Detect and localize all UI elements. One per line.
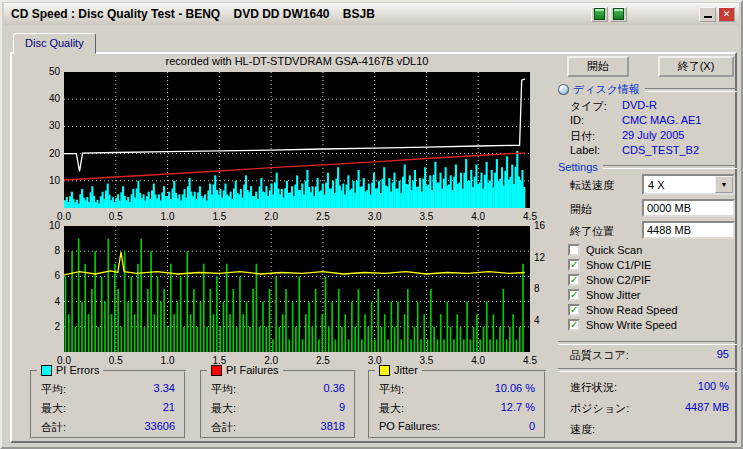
stat-label: PO Failures:	[379, 420, 440, 432]
stat-value: 3.34	[154, 382, 175, 397]
stat-value: 0	[529, 420, 535, 432]
checkbox-quick-scan[interactable]: Quick Scan	[568, 244, 642, 256]
disc-type-label: タイプ:	[570, 99, 607, 114]
titlebar-icon-button-1[interactable]	[591, 7, 608, 22]
divider	[645, 88, 737, 92]
pi-failures-legend: PI Failures	[207, 364, 283, 376]
tab-disc-quality[interactable]: Disc Quality	[13, 33, 96, 54]
titlebar[interactable]: CD Speed : Disc Quality Test - BENQ DVD …	[4, 3, 739, 25]
start-position-input[interactable]	[642, 199, 735, 217]
axis-label: 0.5	[104, 355, 128, 366]
settings-header: Settings	[558, 161, 598, 173]
axis-label: 4.5	[518, 355, 542, 366]
axis-label: 20	[34, 148, 60, 159]
stat-value: 3818	[321, 420, 345, 435]
titlebar-icon-button-2[interactable]	[610, 7, 627, 22]
minimize-button[interactable]	[699, 7, 716, 22]
stat-label: 平均:	[379, 382, 404, 397]
divider	[558, 368, 737, 372]
jitter-title: Jitter	[394, 364, 418, 376]
axis-label: 2.5	[311, 355, 335, 366]
axis-label: 2.5	[311, 211, 335, 222]
pi-errors-title: PI Errors	[56, 364, 99, 376]
pi-failures-title: PI Failures	[226, 364, 279, 376]
axis-label: 1.0	[156, 211, 180, 222]
stat-label: 平均:	[211, 382, 236, 397]
checkbox-label: Show Read Speed	[586, 304, 678, 316]
checkbox-icon: ✓	[568, 274, 580, 286]
checkbox-show-c1-pie[interactable]: ✓Show C1/PIE	[568, 259, 651, 271]
exit-button[interactable]: 終了(X)	[658, 56, 734, 77]
pi-failures-box: PI Failures 平均:0.36 最大:9 合計:3818	[200, 370, 356, 439]
disc-id-label: ID:	[570, 114, 584, 126]
progress-value: 100 %	[698, 380, 729, 392]
checkbox-icon: ✓	[568, 319, 580, 331]
disc-date-value: 29 July 2005	[622, 129, 684, 141]
pi-errors-swatch-icon	[41, 365, 52, 376]
checkbox-show-jitter[interactable]: ✓Show Jitter	[568, 289, 640, 301]
disc-label-value: CDS_TEST_B2	[622, 144, 699, 156]
position-value: 4487 MB	[685, 401, 729, 413]
stat-value: 0.36	[324, 382, 345, 397]
disc-type-value: DVD-R	[622, 99, 657, 111]
progress-label: 進行状況:	[570, 380, 617, 395]
axis-label: 3.0	[363, 211, 387, 222]
axis-label: 10	[34, 220, 60, 231]
window-title: CD Speed : Disc Quality Test - BENQ DVD …	[4, 7, 375, 21]
stat-label: 合計:	[41, 420, 66, 435]
checkbox-icon	[568, 244, 580, 256]
axis-label: 3.5	[414, 211, 438, 222]
stat-label: 平均:	[41, 382, 66, 397]
checkbox-label: Show C1/PIE	[586, 259, 651, 271]
stat-label: 最大:	[379, 401, 404, 416]
recorded-with-text: recorded with HL-DT-STDVDRAM GSA-4167B v…	[64, 55, 530, 67]
start-button[interactable]: 開始	[567, 56, 629, 77]
stat-value: 9	[339, 401, 345, 416]
green-disc-icon	[613, 8, 624, 20]
app-window: CD Speed : Disc Quality Test - BENQ DVD …	[0, 0, 743, 449]
end-position-label: 終了位置	[570, 224, 614, 239]
checkbox-show-c2-pif[interactable]: ✓Show C2/PIF	[568, 274, 651, 286]
checkbox-show-write-speed[interactable]: ✓Show Write Speed	[568, 319, 677, 331]
jitter-legend: Jitter	[375, 364, 422, 376]
pi-failures-swatch-icon	[211, 365, 222, 376]
axis-label: 1.5	[207, 211, 231, 222]
disc-label-label: Label:	[570, 144, 600, 156]
start-position-label: 開始	[570, 202, 592, 217]
checkbox-show-read-speed[interactable]: ✓Show Read Speed	[568, 304, 678, 316]
checkbox-label: Show Jitter	[586, 289, 640, 301]
axis-label: 8	[34, 245, 60, 256]
axis-label: 4.0	[466, 211, 490, 222]
stat-value: 12.7 %	[501, 401, 535, 416]
axis-label: 50	[34, 66, 60, 77]
axis-label: 2.0	[259, 211, 283, 222]
checkbox-label: Quick Scan	[586, 244, 642, 256]
close-icon: ✕	[723, 10, 731, 19]
disc-id-value: CMC MAG. AE1	[622, 114, 701, 126]
checkbox-icon: ✓	[568, 289, 580, 301]
checkbox-label: Show Write Speed	[586, 319, 677, 331]
position-label: ポジション:	[570, 401, 629, 416]
stat-value: 33606	[144, 420, 175, 435]
cd-icon	[558, 84, 569, 95]
chevron-down-icon[interactable]: ▼	[715, 176, 733, 193]
settings-header-row: Settings	[558, 161, 737, 173]
axis-label: 4	[34, 296, 60, 307]
speed-combobox-value: 4 X	[644, 179, 715, 191]
axis-label: 0.5	[104, 211, 128, 222]
transfer-speed-label: 転送速度	[570, 178, 614, 193]
stat-label: 最大:	[211, 401, 236, 416]
speed-combobox[interactable]: 4 X ▼	[642, 174, 735, 195]
axis-label: 40	[34, 93, 60, 104]
end-position-input[interactable]	[642, 221, 735, 239]
disc-date-label: 日付:	[570, 129, 595, 144]
green-disc-icon	[594, 8, 605, 20]
axis-label: 30	[34, 120, 60, 131]
close-button[interactable]: ✕	[718, 7, 735, 22]
axis-label: 2	[34, 321, 60, 332]
divider	[558, 341, 737, 345]
axis-label: 10	[34, 175, 60, 186]
stat-label: 合計:	[211, 420, 236, 435]
pie-speed-chart: 10203040500.00.51.01.52.02.53.03.54.04.5	[64, 72, 530, 208]
checkbox-icon: ✓	[568, 304, 580, 316]
